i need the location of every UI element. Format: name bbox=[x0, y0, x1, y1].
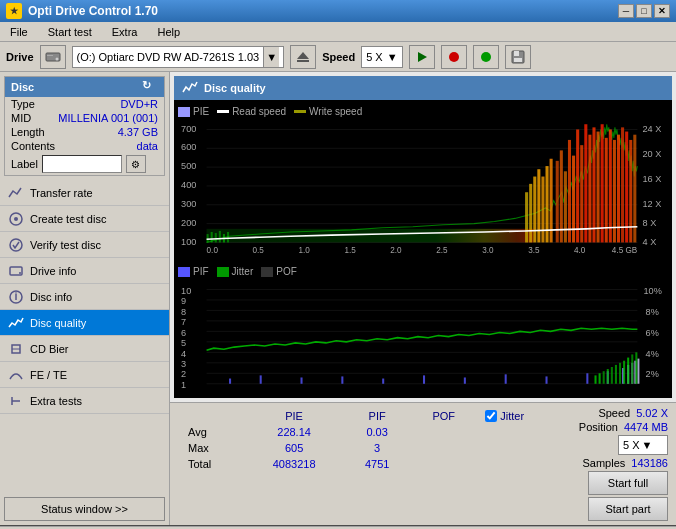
app-icon: ★ bbox=[6, 3, 22, 19]
menu-extra[interactable]: Extra bbox=[106, 24, 144, 40]
svg-rect-120 bbox=[464, 377, 466, 383]
total-pof bbox=[412, 457, 475, 471]
svg-rect-53 bbox=[564, 171, 567, 242]
svg-rect-60 bbox=[592, 127, 595, 242]
eject-button[interactable] bbox=[290, 45, 316, 69]
svg-rect-67 bbox=[621, 127, 624, 242]
menu-start-test[interactable]: Start test bbox=[42, 24, 98, 40]
svg-text:500: 500 bbox=[181, 161, 196, 171]
titlebar-controls: ─ □ ✕ bbox=[618, 4, 670, 18]
total-pif: 4751 bbox=[344, 457, 410, 471]
svg-text:100: 100 bbox=[181, 236, 196, 246]
svg-text:16 X: 16 X bbox=[642, 174, 661, 184]
menu-help[interactable]: Help bbox=[151, 24, 186, 40]
svg-marker-3 bbox=[297, 52, 309, 59]
nav-create-test-disc[interactable]: Create test disc bbox=[0, 206, 169, 232]
svg-rect-4 bbox=[297, 60, 309, 62]
jitter-checkbox[interactable] bbox=[485, 410, 497, 422]
titlebar-left: ★ Opti Drive Control 1.70 bbox=[6, 3, 158, 19]
svg-point-13 bbox=[10, 239, 22, 251]
start-full-button[interactable]: Start full bbox=[588, 471, 668, 495]
avg-pif: 0.03 bbox=[344, 425, 410, 439]
nav-fe-te[interactable]: FE / TE bbox=[0, 362, 169, 388]
maximize-button[interactable]: □ bbox=[636, 4, 652, 18]
total-pie: 4083218 bbox=[246, 457, 342, 471]
status-window-button[interactable]: Status window >> bbox=[4, 497, 165, 521]
stats-position-row: Position 4474 MB bbox=[579, 421, 668, 433]
drive-dropdown-arrow[interactable]: ▼ bbox=[263, 47, 279, 67]
svg-rect-116 bbox=[301, 377, 303, 383]
svg-text:1.5: 1.5 bbox=[344, 246, 356, 255]
total-label: Total bbox=[180, 457, 244, 471]
nav-disc-info[interactable]: Disc info bbox=[0, 284, 169, 310]
svg-rect-63 bbox=[605, 138, 608, 243]
avg-pof bbox=[412, 425, 475, 439]
nav-verify-test-disc[interactable]: Verify test disc bbox=[0, 232, 169, 258]
start-part-button[interactable]: Start part bbox=[588, 497, 668, 521]
refresh-button[interactable] bbox=[473, 45, 499, 69]
svg-text:10%: 10% bbox=[644, 286, 662, 296]
svg-rect-88 bbox=[178, 279, 668, 389]
nav-transfer-rate[interactable]: Transfer rate bbox=[0, 180, 169, 206]
svg-rect-114 bbox=[229, 379, 231, 384]
svg-rect-139 bbox=[631, 354, 633, 383]
svg-rect-118 bbox=[382, 379, 384, 384]
menubar: File Start test Extra Help bbox=[0, 22, 676, 42]
svg-text:8 X: 8 X bbox=[642, 218, 656, 228]
svg-text:24 X: 24 X bbox=[642, 123, 661, 133]
svg-point-12 bbox=[14, 217, 18, 221]
nav-cd-bier[interactable]: CD Bier bbox=[0, 336, 169, 362]
speed-select[interactable]: 5 X ▼ bbox=[361, 46, 402, 68]
max-pif: 3 bbox=[344, 441, 410, 455]
svg-rect-9 bbox=[514, 51, 519, 56]
nav-drive-info[interactable]: Drive info bbox=[0, 258, 169, 284]
svg-text:4.0: 4.0 bbox=[574, 246, 586, 255]
jitter-legend-item: Jitter bbox=[217, 266, 254, 277]
svg-text:2.5: 2.5 bbox=[436, 246, 448, 255]
disc-type-row: Type DVD+R bbox=[5, 97, 164, 111]
stats-speed-select[interactable]: 5 X ▼ bbox=[618, 435, 668, 455]
svg-rect-140 bbox=[635, 352, 637, 383]
svg-text:2.0: 2.0 bbox=[390, 246, 402, 255]
svg-text:0.5: 0.5 bbox=[253, 246, 265, 255]
svg-text:7: 7 bbox=[181, 317, 186, 327]
drive-select[interactable]: (O:) Optiarc DVD RW AD-7261S 1.03 ▼ bbox=[72, 46, 285, 68]
nav-items: Transfer rate Create test disc Verify te… bbox=[0, 180, 169, 414]
stats-row-avg: Avg 228.14 0.03 bbox=[180, 425, 567, 439]
max-pof bbox=[412, 441, 475, 455]
minimize-button[interactable]: ─ bbox=[618, 4, 634, 18]
drive-icon-button[interactable] bbox=[40, 45, 66, 69]
go-button[interactable] bbox=[409, 45, 435, 69]
svg-rect-58 bbox=[584, 124, 587, 242]
disc-length-label: Length bbox=[11, 126, 45, 138]
save-button[interactable] bbox=[505, 45, 531, 69]
close-button[interactable]: ✕ bbox=[654, 4, 670, 18]
disc-refresh-button[interactable]: ↻ bbox=[142, 79, 158, 95]
nav-disc-quality[interactable]: Disc quality bbox=[0, 310, 169, 336]
erase-button[interactable] bbox=[441, 45, 467, 69]
pif-legend-item: PIF bbox=[178, 266, 209, 277]
disc-label-input[interactable] bbox=[42, 155, 122, 173]
svg-point-6 bbox=[449, 52, 459, 62]
menu-file[interactable]: File bbox=[4, 24, 34, 40]
svg-rect-66 bbox=[617, 135, 620, 243]
svg-text:3.0: 3.0 bbox=[482, 246, 494, 255]
samples-label: Samples bbox=[582, 457, 625, 469]
svg-text:4 X: 4 X bbox=[642, 236, 656, 246]
titlebar: ★ Opti Drive Control 1.70 ─ □ ✕ bbox=[0, 0, 676, 22]
disc-length-row: Length 4.37 GB bbox=[5, 125, 164, 139]
position-value: 4474 MB bbox=[624, 421, 668, 433]
svg-rect-123 bbox=[586, 373, 588, 383]
svg-text:12 X: 12 X bbox=[642, 199, 661, 209]
svg-text:9: 9 bbox=[181, 296, 186, 306]
svg-text:4: 4 bbox=[181, 348, 186, 358]
col-pof: POF bbox=[412, 409, 475, 423]
svg-text:2: 2 bbox=[181, 369, 186, 379]
pie-legend-item: PIE bbox=[178, 106, 209, 117]
disc-label-button[interactable]: ⚙ bbox=[126, 155, 146, 173]
svg-rect-75 bbox=[541, 177, 544, 243]
drive-label: Drive bbox=[6, 51, 34, 63]
svg-point-7 bbox=[481, 52, 491, 62]
nav-extra-tests[interactable]: Extra tests bbox=[0, 388, 169, 414]
svg-point-1 bbox=[55, 57, 58, 60]
